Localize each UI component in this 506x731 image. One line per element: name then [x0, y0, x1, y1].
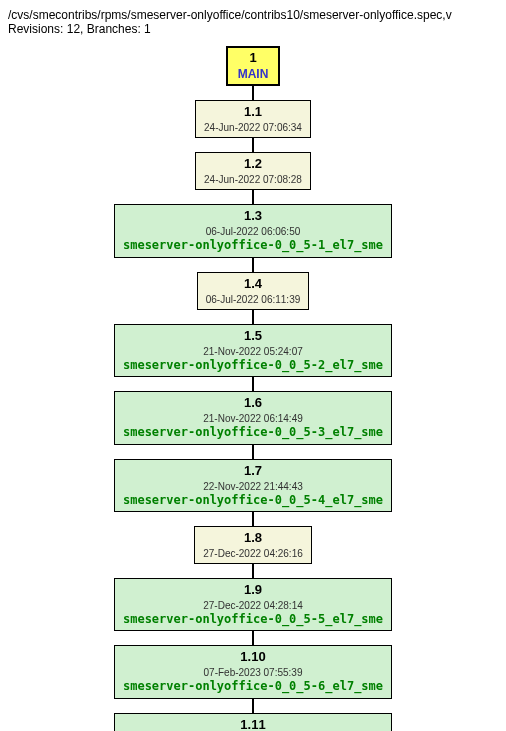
header-branches-count: 1 — [144, 22, 151, 36]
revision-tag: smeserver-onlyoffice-0_0_5-6_el7_sme — [123, 679, 383, 695]
revision-number: 1.3 — [123, 208, 383, 225]
header-branches-label: Branches: — [87, 22, 141, 36]
connector-line — [252, 699, 254, 713]
revision-node[interactable]: 1.306-Jul-2022 06:06:50smeserver-onlyoff… — [114, 204, 392, 257]
main-branch-node[interactable]: 1 MAIN — [226, 46, 281, 86]
connector-line — [252, 86, 254, 100]
revision-date: 27-Dec-2022 04:28:14 — [123, 599, 383, 612]
revision-node[interactable]: 1.927-Dec-2022 04:28:14smeserver-onlyoff… — [114, 578, 392, 631]
revision-node[interactable]: 1.722-Nov-2022 21:44:43smeserver-onlyoff… — [114, 459, 392, 512]
connector-line — [252, 138, 254, 152]
revision-node[interactable]: 1.406-Jul-2022 06:11:39 — [197, 272, 310, 310]
header-revisions-label: Revisions: — [8, 22, 63, 36]
connector-line — [252, 258, 254, 272]
revision-number: 1.9 — [123, 582, 383, 599]
revision-date: 07-Feb-2023 07:55:39 — [123, 666, 383, 679]
revision-tag: smeserver-onlyoffice-0_0_5-3_el7_sme — [123, 425, 383, 441]
connector-line — [252, 377, 254, 391]
revision-node[interactable]: 1.124-Jun-2022 07:06:34 — [195, 100, 311, 138]
revision-number: 1.2 — [204, 156, 302, 173]
revision-node[interactable]: 1.827-Dec-2022 04:26:16 — [194, 526, 312, 564]
revision-tree: 1 MAIN 1.124-Jun-2022 07:06:341.224-Jun-… — [8, 46, 498, 731]
revision-number: 1.11 — [123, 717, 383, 731]
revision-tag: smeserver-onlyoffice-0_0_5-5_el7_sme — [123, 612, 383, 628]
revision-date: 21-Nov-2022 05:24:07 — [123, 345, 383, 358]
revision-date: 24-Jun-2022 07:06:34 — [204, 121, 302, 134]
connector-line — [252, 310, 254, 324]
revision-date: 06-Jul-2022 06:06:50 — [123, 225, 383, 238]
connector-line — [252, 564, 254, 578]
connector-line — [252, 445, 254, 459]
revision-tag: smeserver-onlyoffice-0_0_5-1_el7_sme — [123, 238, 383, 254]
header-revisions-count: 12 — [67, 22, 80, 36]
revision-number: 1.1 — [204, 104, 302, 121]
revision-node[interactable]: 1.1108-Feb-2023 05:56:08smeserver-onlyof… — [114, 713, 392, 731]
revision-number: 1.10 — [123, 649, 383, 666]
header-path: /cvs/smecontribs/rpms/smeserver-onlyoffi… — [8, 8, 452, 22]
connector-line — [252, 631, 254, 645]
revision-node[interactable]: 1.224-Jun-2022 07:08:28 — [195, 152, 311, 190]
revision-node[interactable]: 1.521-Nov-2022 05:24:07smeserver-onlyoff… — [114, 324, 392, 377]
revision-number: 1.7 — [123, 463, 383, 480]
revision-date: 21-Nov-2022 06:14:49 — [123, 412, 383, 425]
connector-line — [252, 512, 254, 526]
revision-date: 22-Nov-2022 21:44:43 — [123, 480, 383, 493]
revision-number: 1.4 — [206, 276, 301, 293]
revision-date: 06-Jul-2022 06:11:39 — [206, 293, 301, 306]
revision-date: 27-Dec-2022 04:26:16 — [203, 547, 303, 560]
revision-number: 1.8 — [203, 530, 303, 547]
main-branch-wrap: 1 MAIN — [226, 46, 281, 86]
revision-date: 24-Jun-2022 07:08:28 — [204, 173, 302, 186]
connector-line — [252, 190, 254, 204]
revision-node[interactable]: 1.1007-Feb-2023 07:55:39smeserver-onlyof… — [114, 645, 392, 698]
revision-tag: smeserver-onlyoffice-0_0_5-2_el7_sme — [123, 358, 383, 374]
main-branch-number: 1 — [238, 50, 269, 67]
revision-node[interactable]: 1.621-Nov-2022 06:14:49smeserver-onlyoff… — [114, 391, 392, 444]
revision-number: 1.6 — [123, 395, 383, 412]
revision-number: 1.5 — [123, 328, 383, 345]
revision-tag: smeserver-onlyoffice-0_0_5-4_el7_sme — [123, 493, 383, 509]
header: /cvs/smecontribs/rpms/smeserver-onlyoffi… — [8, 8, 498, 36]
main-branch-label: MAIN — [238, 67, 269, 83]
